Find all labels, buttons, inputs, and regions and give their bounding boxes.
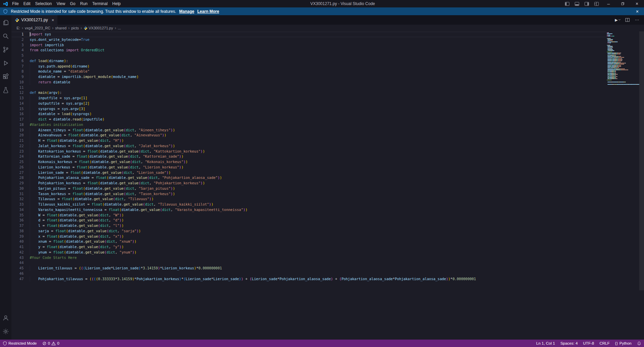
code-line-content[interactable]: sys.dont_write_bytecode=True — [24, 37, 644, 43]
menu-selection[interactable]: Selection — [33, 0, 54, 7]
code-line[interactable]: 19 Aineen_tiheys = float(dimtable.get_va… — [11, 128, 644, 133]
line-number[interactable]: 40 — [11, 239, 24, 244]
toggle-secondary-sidebar-icon[interactable] — [582, 0, 592, 7]
problems-status[interactable]: 0 0 — [40, 340, 62, 347]
restricted-mode-status[interactable]: Restricted Mode — [0, 340, 40, 347]
search-item[interactable] — [0, 29, 11, 43]
code-line[interactable]: 34 Varasto_kapasiteetti_tonneissa = floa… — [11, 207, 644, 213]
breadcrumb-item[interactable]: vxg4_2023_RC — [25, 26, 50, 30]
line-number[interactable]: 41 — [11, 244, 24, 250]
code-line[interactable]: 36 d = float(dimtable.get_value(dict, "d… — [11, 218, 644, 223]
language-mode-status[interactable]: {} Python — [612, 340, 634, 347]
line-number[interactable]: 18 — [11, 122, 24, 128]
source-control-item[interactable] — [0, 43, 11, 56]
code-line-content[interactable] — [24, 53, 644, 58]
line-number[interactable]: 14 — [11, 101, 24, 106]
line-number[interactable]: 12 — [11, 90, 24, 96]
line-number[interactable]: 33 — [11, 202, 24, 207]
code-line-content[interactable]: def load(dirname): — [24, 58, 644, 64]
code-line[interactable]: 37 l = float(dimtable.get_value(dict, "l… — [11, 223, 644, 229]
code-line-content[interactable]: Sarjan_pituus = float(dimtable.get_value… — [24, 186, 644, 191]
tab-vx3001271-py[interactable]: VX3001271.py × — [11, 15, 57, 25]
code-line[interactable]: 9 dimtable = importlib.import_module(mod… — [11, 74, 644, 80]
code-line[interactable]: 1import sys — [11, 32, 644, 37]
code-line[interactable]: 10 return dimtable — [11, 80, 644, 85]
code-line-content[interactable]: l = float(dimtable.get_value(dict, "l")) — [24, 223, 644, 229]
run-and-debug-item[interactable] — [0, 56, 11, 70]
line-number[interactable]: 46 — [11, 271, 24, 276]
minimap[interactable] — [607, 31, 639, 340]
code-line[interactable]: 43#Your Code Starts Here — [11, 255, 644, 261]
line-number[interactable]: 19 — [11, 128, 24, 133]
code-line-content[interactable]: Jalat_korkeus = float(dimtable.get_value… — [24, 143, 644, 149]
line-number[interactable]: 2 — [11, 37, 24, 43]
code-line-content[interactable]: #Your Code Starts Here — [24, 255, 644, 261]
line-number[interactable]: 11 — [11, 85, 24, 90]
editor[interactable]: 1import sys2sys.dont_write_bytecode=True… — [11, 31, 644, 340]
tab-close-icon[interactable]: × — [52, 18, 54, 23]
code-line[interactable]: 13 inputfile = sys.argv[1] — [11, 96, 644, 101]
code-line-content[interactable]: import importlib — [24, 43, 644, 48]
code-line-content[interactable]: W = float(dimtable.get_value(dict, "W")) — [24, 213, 644, 218]
line-number[interactable]: 26 — [11, 165, 24, 170]
line-number[interactable]: 4 — [11, 48, 24, 53]
cursor-position-status[interactable]: Ln 1, Col 1 — [534, 340, 558, 347]
eol-status[interactable]: CRLF — [597, 340, 612, 347]
code-line[interactable]: 17 dict = dimtable.read(inputfile) — [11, 117, 644, 122]
encoding-status[interactable]: UTF-8 — [581, 340, 597, 347]
settings-item[interactable] — [0, 325, 11, 338]
code-line[interactable]: 40 xnum = float(dimtable.get_value(dict,… — [11, 239, 644, 244]
code-line[interactable]: 28 Pohjakartion_alaosa_sade = float(dimt… — [11, 175, 644, 181]
toggle-panel-icon[interactable] — [572, 0, 582, 7]
code-line-content[interactable]: Lierion_korkeus = float(dimtable.get_val… — [24, 165, 644, 170]
code-line[interactable]: 30 Sarjan_pituus = float(dimtable.get_va… — [11, 186, 644, 191]
code-line[interactable]: 21 H = float(dimtable.get_value(dict, "H… — [11, 138, 644, 143]
code-line[interactable]: 27 Lierion_sade = float(dimtable.get_val… — [11, 170, 644, 176]
line-number[interactable]: 23 — [11, 149, 24, 154]
line-number[interactable]: 27 — [11, 170, 24, 176]
code-line[interactable]: 23 Kattokartion_korkeus = float(dimtable… — [11, 149, 644, 154]
line-number[interactable]: 20 — [11, 133, 24, 138]
code-line[interactable]: 45 Lierion_tilavuus = (((Lierion_sade*Li… — [11, 266, 644, 271]
line-number[interactable]: 36 — [11, 218, 24, 223]
line-number[interactable]: 29 — [11, 181, 24, 186]
line-number[interactable]: 38 — [11, 229, 24, 234]
breadcrumb-item[interactable]: VX3001271.py — [84, 26, 113, 30]
code-line-content[interactable]: y = float(dimtable.get_value(dict, "y")) — [24, 244, 644, 250]
code-line[interactable]: 15 sysprogs = sys.argv[3] — [11, 106, 644, 112]
line-number[interactable]: 30 — [11, 186, 24, 191]
scrollbar-thumb[interactable] — [639, 31, 644, 290]
code-line[interactable]: 12def main(argv): — [11, 90, 644, 96]
code-line-content[interactable]: Tason_korkeus = float(dimtable.get_value… — [24, 191, 644, 197]
line-number[interactable]: 44 — [11, 260, 24, 266]
menu-file[interactable]: File — [10, 0, 21, 7]
line-number[interactable]: 28 — [11, 175, 24, 181]
code-line[interactable]: 2sys.dont_write_bytecode=True — [11, 37, 644, 43]
line-number[interactable]: 5 — [11, 53, 24, 58]
code-line[interactable]: 8 module_name = "dimtable" — [11, 69, 644, 74]
toggle-primary-sidebar-icon[interactable] — [562, 0, 572, 7]
code-line[interactable]: 47 Pohjakartion_tilavuus = ((((0.333333*… — [11, 276, 644, 282]
code-line[interactable]: 22 Jalat_korkeus = float(dimtable.get_va… — [11, 143, 644, 149]
code-line[interactable]: 3import importlib — [11, 43, 644, 48]
code-line-content[interactable]: H = float(dimtable.get_value(dict, "H")) — [24, 138, 644, 143]
accounts-item[interactable] — [0, 311, 11, 325]
code-line-content[interactable]: return dimtable — [24, 80, 644, 85]
code-line[interactable]: 7 sys.path.append(dirname) — [11, 64, 644, 69]
menu-view[interactable]: View — [54, 0, 68, 7]
split-editor-button[interactable] — [623, 16, 632, 24]
line-number[interactable]: 15 — [11, 106, 24, 112]
code-line[interactable]: 29 Pohjakartion_korkeus = float(dimtable… — [11, 181, 644, 186]
learn-more-link[interactable]: Learn More — [197, 9, 219, 14]
code-line-content[interactable]: Varasto_kapasiteetti_tonneissa = float(d… — [24, 207, 644, 213]
code-line-content[interactable]: Kattoreian_sade = float(dimtable.get_val… — [24, 154, 644, 159]
code-line-content[interactable] — [24, 260, 644, 266]
line-number[interactable]: 22 — [11, 143, 24, 149]
line-number[interactable]: 24 — [11, 154, 24, 159]
line-number[interactable]: 1 — [11, 32, 24, 37]
code-line[interactable]: 18#Variables initialization — [11, 122, 644, 128]
code-line[interactable]: 5 — [11, 53, 644, 58]
line-number[interactable]: 17 — [11, 117, 24, 122]
close-window-button[interactable]: × — [630, 0, 644, 7]
code-line[interactable]: 35 W = float(dimtable.get_value(dict, "W… — [11, 213, 644, 218]
